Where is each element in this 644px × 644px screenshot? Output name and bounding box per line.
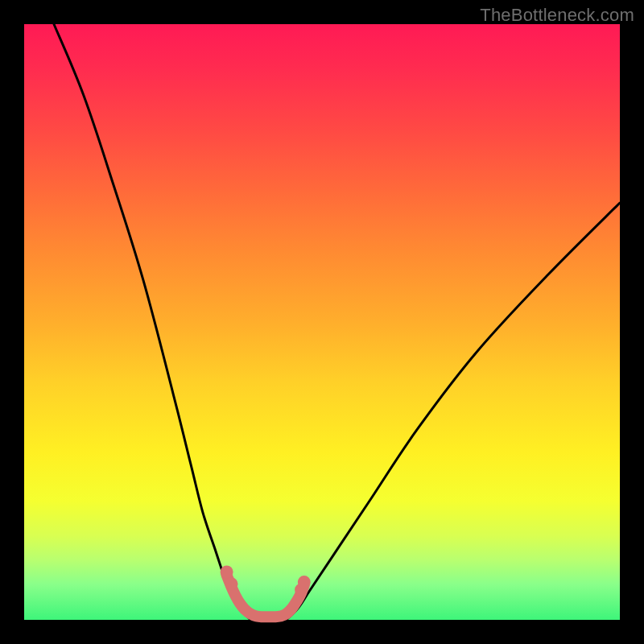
left-curve bbox=[54, 24, 250, 620]
watermark-text: TheBottleneck.com bbox=[480, 5, 634, 26]
valley-marker-dot bbox=[225, 577, 238, 590]
right-curve bbox=[287, 203, 620, 620]
chart-svg bbox=[24, 24, 620, 620]
plot-area bbox=[24, 24, 620, 620]
valley-marker-dot bbox=[298, 576, 311, 588]
valley-marker-dot bbox=[221, 566, 233, 579]
valley-marker-stroke bbox=[227, 576, 304, 617]
chart-frame: TheBottleneck.com bbox=[0, 0, 644, 644]
